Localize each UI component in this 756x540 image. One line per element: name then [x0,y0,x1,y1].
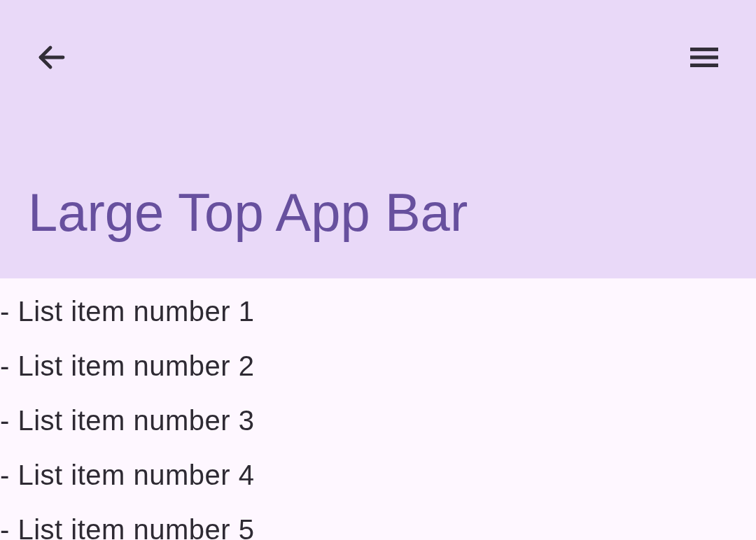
list-item: - List item number 1 [0,284,756,339]
list-item: - List item number 3 [0,393,756,448]
svg-rect-2 [690,55,718,59]
app-bar-title: Large Top App Bar [28,183,468,242]
content-list: - List item number 1 - List item number … [0,278,756,540]
arrow-back-icon [35,41,69,77]
toolbar-row [0,0,756,118]
large-top-app-bar: Large Top App Bar [0,0,756,278]
svg-rect-3 [690,64,718,67]
menu-icon [687,41,721,77]
list-item: - List item number 4 [0,448,756,502]
back-button[interactable] [31,38,73,80]
list-item: - List item number 2 [0,339,756,393]
svg-rect-1 [690,48,718,51]
menu-button[interactable] [683,38,725,80]
list-item: - List item number 5 [0,502,756,540]
